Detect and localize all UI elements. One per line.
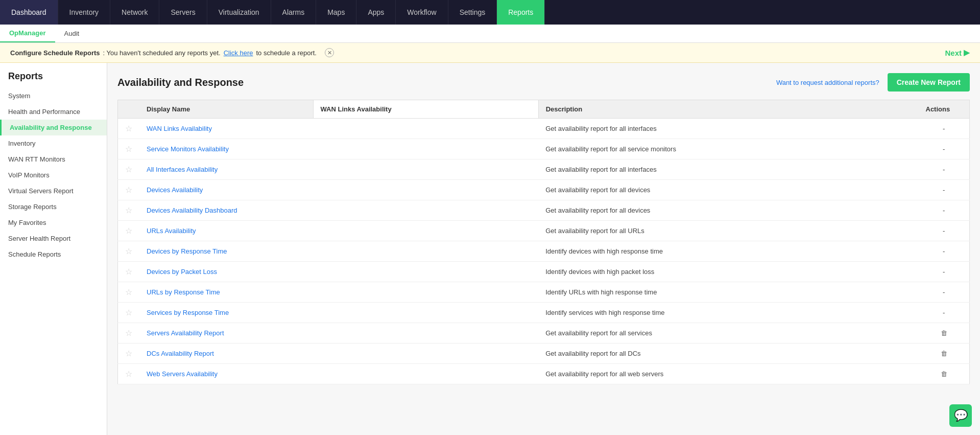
- report-description: Identify services with high response tim…: [538, 303, 918, 323]
- empty-cell: [313, 159, 538, 180]
- report-name[interactable]: Service Monitors Availability: [139, 139, 313, 159]
- top-nav-item-reports[interactable]: Reports: [497, 0, 545, 25]
- table-row: ☆All Interfaces AvailabilityGet availabi…: [118, 159, 970, 180]
- report-actions: -: [919, 200, 970, 221]
- report-actions[interactable]: 🗑: [919, 344, 970, 364]
- report-actions[interactable]: 🗑: [919, 364, 970, 384]
- table-row: ☆Devices AvailabilityGet availability re…: [118, 180, 970, 200]
- top-nav-item-apps[interactable]: Apps: [356, 0, 396, 25]
- top-nav-item-settings[interactable]: Settings: [448, 0, 497, 25]
- top-nav-item-alarms[interactable]: Alarms: [271, 0, 317, 25]
- top-nav-item-maps[interactable]: Maps: [316, 0, 356, 25]
- report-actions: -: [919, 159, 970, 180]
- favorite-star[interactable]: ☆: [125, 349, 132, 358]
- banner-next[interactable]: Next ▶: [945, 48, 970, 57]
- schedule-banner: Configure Schedule Reports : You haven't…: [0, 43, 980, 63]
- reports-table: Display Name WAN Links Availability Desc…: [117, 100, 970, 384]
- chat-button[interactable]: 💬: [949, 404, 972, 427]
- delete-report-icon[interactable]: 🗑: [941, 350, 947, 357]
- report-name[interactable]: Devices by Response Time: [139, 241, 313, 262]
- sidebar-item-inventory[interactable]: Inventory: [0, 135, 107, 151]
- favorite-star[interactable]: ☆: [125, 124, 132, 133]
- report-name[interactable]: Web Servers Availability: [139, 364, 313, 384]
- favorite-star[interactable]: ☆: [125, 267, 132, 276]
- report-name[interactable]: All Interfaces Availability: [139, 159, 313, 180]
- report-actions[interactable]: 🗑: [919, 323, 970, 344]
- top-nav-item-virtualization[interactable]: Virtualization: [207, 0, 271, 25]
- empty-cell: [313, 139, 538, 159]
- page-title: Availability and Response: [117, 77, 244, 88]
- table-row: ☆Devices by Response TimeIdentify device…: [118, 241, 970, 262]
- report-name[interactable]: URLs by Response Time: [139, 282, 313, 303]
- sub-nav-item-audit[interactable]: Audit: [55, 25, 89, 42]
- report-name[interactable]: URLs Availability: [139, 221, 313, 241]
- sidebar-item-virtual-servers-report[interactable]: Virtual Servers Report: [0, 183, 107, 199]
- th-description: Description: [538, 100, 918, 119]
- sidebar-item-wan-rtt-monitors[interactable]: WAN RTT Monitors: [0, 151, 107, 167]
- banner-link[interactable]: Click here: [224, 49, 253, 57]
- report-description: Get availability report for all interfac…: [538, 159, 918, 180]
- sidebar-item-server-health-report[interactable]: Server Health Report: [0, 231, 107, 246]
- empty-cell: [313, 119, 538, 139]
- sidebar-item-health-and-performance[interactable]: Health and Performance: [0, 104, 107, 120]
- table-row: ☆URLs by Response TimeIdentify URLs with…: [118, 282, 970, 303]
- create-new-report-button[interactable]: Create New Report: [888, 73, 970, 91]
- favorite-star[interactable]: ☆: [125, 247, 132, 256]
- report-description: Get availability report for all interfac…: [538, 119, 918, 139]
- top-nav-item-inventory[interactable]: Inventory: [58, 0, 111, 25]
- sidebar-item-availability-and-response[interactable]: Availability and Response: [0, 120, 107, 135]
- favorite-star[interactable]: ☆: [125, 370, 132, 378]
- favorite-star[interactable]: ☆: [125, 288, 132, 296]
- top-nav-item-network[interactable]: Network: [110, 0, 159, 25]
- sub-navigation: OpManagerAudit: [0, 25, 980, 43]
- delete-report-icon[interactable]: 🗑: [941, 370, 947, 378]
- favorite-star[interactable]: ☆: [125, 226, 132, 235]
- favorite-star[interactable]: ☆: [125, 186, 132, 194]
- report-name[interactable]: Devices by Packet Loss: [139, 262, 313, 282]
- top-nav-item-workflow[interactable]: Workflow: [396, 0, 448, 25]
- delete-report-icon[interactable]: 🗑: [941, 329, 947, 337]
- report-description: Identify devices with high packet loss: [538, 262, 918, 282]
- sub-nav-item-opmanager[interactable]: OpManager: [0, 25, 55, 42]
- table-row: ☆Devices by Packet LossIdentify devices …: [118, 262, 970, 282]
- sidebar-item-storage-reports[interactable]: Storage Reports: [0, 199, 107, 215]
- table-row: ☆Devices Availability DashboardGet avail…: [118, 200, 970, 221]
- top-nav-item-dashboard[interactable]: Dashboard: [0, 0, 58, 25]
- empty-cell: [313, 262, 538, 282]
- report-description: Identify devices with high response time: [538, 241, 918, 262]
- empty-cell: [313, 364, 538, 384]
- empty-cell: [313, 221, 538, 241]
- favorite-star[interactable]: ☆: [125, 165, 132, 174]
- sidebar-item-my-favorites[interactable]: My Favorites: [0, 215, 107, 231]
- report-actions: -: [919, 119, 970, 139]
- favorite-star[interactable]: ☆: [125, 329, 132, 337]
- table-row: ☆DCs Availability ReportGet availability…: [118, 344, 970, 364]
- sidebar-item-schedule-reports[interactable]: Schedule Reports: [0, 246, 107, 262]
- request-additional-link[interactable]: Want to request additional reports?: [776, 79, 879, 86]
- report-actions: -: [919, 139, 970, 159]
- report-name[interactable]: WAN Links Availability: [139, 119, 313, 139]
- chat-icon: 💬: [954, 409, 968, 422]
- report-description: Get availability report for all devices: [538, 200, 918, 221]
- favorite-star[interactable]: ☆: [125, 206, 132, 215]
- report-description: Get availability report for all DCs: [538, 344, 918, 364]
- favorite-star[interactable]: ☆: [125, 145, 132, 153]
- favorite-star[interactable]: ☆: [125, 308, 132, 317]
- report-actions: -: [919, 241, 970, 262]
- empty-cell: [313, 344, 538, 364]
- table-row: ☆Service Monitors AvailabilityGet availa…: [118, 139, 970, 159]
- report-name[interactable]: Devices Availability: [139, 180, 313, 200]
- report-name[interactable]: DCs Availability Report: [139, 344, 313, 364]
- empty-cell: [313, 241, 538, 262]
- main-layout: Reports SystemHealth and PerformanceAvai…: [0, 63, 980, 435]
- report-name[interactable]: Devices Availability Dashboard: [139, 200, 313, 221]
- report-description: Get availability report for all service …: [538, 139, 918, 159]
- report-actions: -: [919, 262, 970, 282]
- sidebar-item-voip-monitors[interactable]: VoIP Monitors: [0, 167, 107, 183]
- banner-close-button[interactable]: ✕: [325, 48, 334, 57]
- report-name[interactable]: Services by Response Time: [139, 303, 313, 323]
- top-nav-item-servers[interactable]: Servers: [159, 0, 207, 25]
- report-actions: -: [919, 221, 970, 241]
- report-name[interactable]: Servers Availability Report: [139, 323, 313, 344]
- sidebar-item-system[interactable]: System: [0, 88, 107, 104]
